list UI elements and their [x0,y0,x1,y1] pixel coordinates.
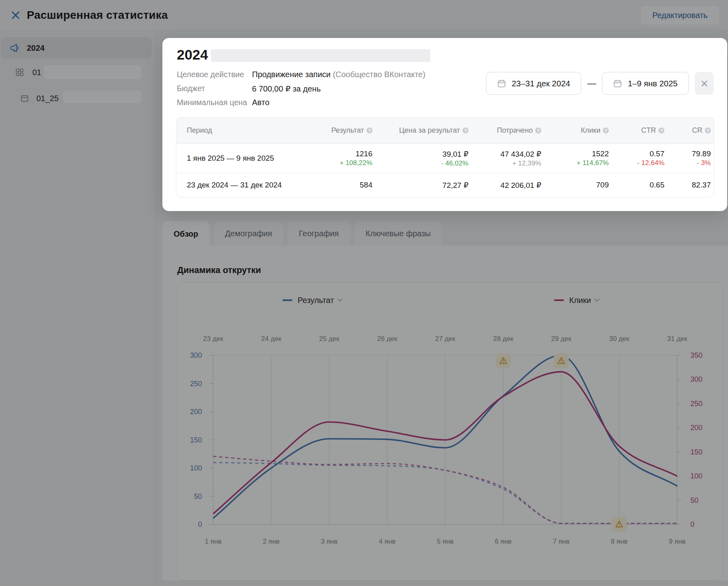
date-range-separator: — [587,78,596,89]
stats-table: ПериодРезультат?Цена за результат?Потрач… [176,117,714,197]
field-value: 6 700,00 ₽ за день [252,84,321,94]
help-icon[interactable]: ? [366,128,372,134]
value-cell: 47 434,02 ₽+ 12,39% [468,149,541,167]
value-cell: 42 206,01 ₽ [468,181,541,190]
field-value: Авто [252,98,270,107]
value-cell: 0.65 [609,181,664,189]
period-cell: 23 дек 2024 — 31 дек 2024 [176,181,319,189]
column-header: Цена за результат? [372,126,468,135]
field-label: Минимальная цена [177,98,252,107]
field-label: Бюджет [177,84,252,93]
value-cell: 82.37 [664,181,714,189]
field-value: Продвижение записи (Сообщество ВКонтакте… [252,70,425,79]
table-row[interactable]: 23 дек 2024 — 31 дек 202458472,27 ₽42 20… [176,173,714,197]
value-cell: 1216+ 108,22% [319,149,372,167]
value-cell: 39,01 ₽- 46,02% [372,149,468,167]
column-header: Результат? [319,126,372,135]
campaign-field: Бюджет6 700,00 ₽ за день [177,82,425,96]
clear-dates-button[interactable] [695,72,714,95]
column-header: CR? [664,126,714,135]
value-cell: 72,27 ₽ [372,181,468,190]
help-icon[interactable]: ? [535,128,541,134]
calendar-icon [497,79,506,88]
period-cell: 1 янв 2025 — 9 янв 2025 [176,154,319,163]
column-header: Период [176,126,319,135]
campaign-field: Целевое действиеПродвижение записи (Сооб… [177,68,425,82]
campaign-field: Минимальная ценаАвто [177,96,425,110]
value-cell: 0.57- 12,64% [609,149,664,167]
date-to-value: 1–9 янв 2025 [628,79,678,88]
value-cell: 709 [541,181,609,189]
campaign-title: 2024 [177,47,208,63]
value-cell: 584 [319,181,372,189]
column-header: CTR? [609,126,664,135]
table-header: ПериодРезультат?Цена за результат?Потрач… [176,118,714,144]
date-from-value: 23–31 дек 2024 [512,79,570,88]
calendar-icon [613,79,622,88]
help-icon[interactable]: ? [705,128,711,134]
redacted-block [211,49,430,62]
help-icon[interactable]: ? [658,128,664,134]
table-row[interactable]: 1 янв 2025 — 9 янв 20251216+ 108,22%39,0… [176,144,714,173]
date-picker-from[interactable]: 23–31 дек 2024 [486,72,581,95]
value-cell: 1522+ 114,67% [541,149,609,167]
help-icon[interactable]: ? [462,128,468,134]
date-picker-to[interactable]: 1–9 янв 2025 [602,72,689,95]
field-label: Целевое действие [177,70,252,79]
value-cell: 79.89- 3% [664,149,714,167]
column-header: Потрачено? [468,126,541,135]
help-icon[interactable]: ? [603,128,609,134]
column-header: Клики? [541,126,609,135]
campaign-card: 2024 Целевое действиеПродвижение записи … [162,38,727,211]
close-icon [701,80,708,87]
